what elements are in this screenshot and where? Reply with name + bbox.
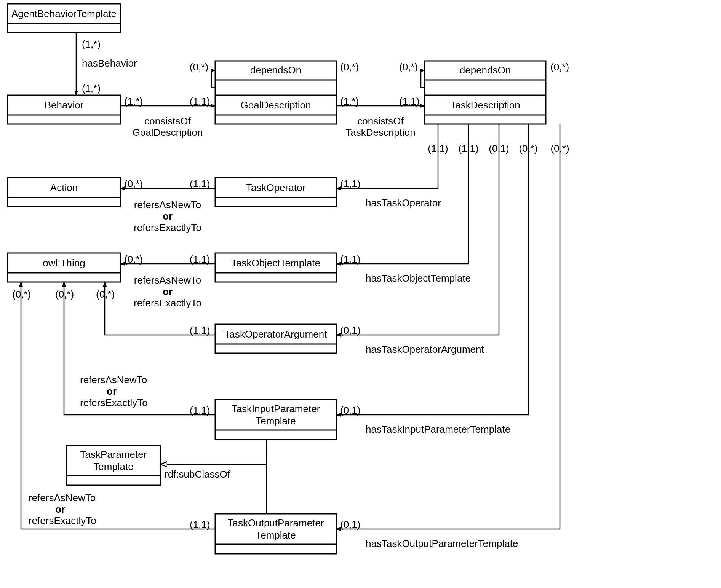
class-owl-thing: owl:Thing xyxy=(8,253,120,282)
svg-text:GoalDescription: GoalDescription xyxy=(133,127,203,138)
svg-text:refersExactlyTo: refersExactlyTo xyxy=(29,515,96,526)
class-task-output-parameter-template: TaskOutputParameter Template xyxy=(215,514,336,554)
edge-has-task-output-parameter-template xyxy=(336,124,560,529)
svg-text:(0,1): (0,1) xyxy=(340,325,360,336)
edge-subclass-input xyxy=(160,440,267,464)
svg-text:(1,1): (1,1) xyxy=(340,178,360,190)
svg-text:TaskParameter: TaskParameter xyxy=(80,449,147,460)
svg-text:Template: Template xyxy=(256,529,296,541)
class-goal-description: dependsOn GoalDescription xyxy=(215,61,336,124)
svg-text:(1,*): (1,*) xyxy=(82,38,101,50)
svg-text:(0,*): (0,*) xyxy=(550,61,569,73)
svg-text:owl:Thing: owl:Thing xyxy=(43,257,85,269)
svg-text:refersAsNewTo: refersAsNewTo xyxy=(134,199,201,210)
svg-text:TaskInputParameter: TaskInputParameter xyxy=(232,403,320,414)
svg-text:hasBehavior: hasBehavior xyxy=(82,57,137,69)
class-task-description: dependsOn TaskDescription xyxy=(425,61,546,124)
svg-text:(0,*): (0,*) xyxy=(124,178,143,190)
svg-text:or: or xyxy=(55,504,65,515)
svg-text:AgentBehaviorTemplate: AgentBehaviorTemplate xyxy=(11,8,117,19)
svg-text:TaskOperatorArgument: TaskOperatorArgument xyxy=(225,328,328,340)
svg-text:TaskDescription: TaskDescription xyxy=(345,127,416,138)
svg-text:refersAsNewTo: refersAsNewTo xyxy=(134,274,201,286)
svg-text:(1,*): (1,*) xyxy=(340,96,359,107)
svg-text:(1,1): (1,1) xyxy=(190,96,210,107)
svg-text:(0,*): (0,*) xyxy=(55,288,74,300)
svg-text:(0,1): (0,1) xyxy=(340,519,360,530)
svg-text:refersExactlyTo: refersExactlyTo xyxy=(134,297,201,309)
svg-text:Template: Template xyxy=(93,461,134,472)
svg-text:hasTaskInputParameterTemplate: hasTaskInputParameterTemplate xyxy=(366,424,510,435)
svg-text:Behavior: Behavior xyxy=(45,99,84,111)
svg-text:(1,1): (1,1) xyxy=(190,405,210,416)
svg-text:hasTaskObjectTemplate: hasTaskObjectTemplate xyxy=(366,272,471,284)
svg-text:(0,1): (0,1) xyxy=(340,405,360,416)
svg-text:(0,*): (0,*) xyxy=(124,253,143,265)
class-behavior: Behavior xyxy=(8,95,120,124)
svg-text:TaskOperator: TaskOperator xyxy=(246,182,305,193)
class-action: Action xyxy=(8,178,120,207)
edge-has-task-operator-argument xyxy=(336,124,499,335)
svg-text:(0,*): (0,*) xyxy=(12,288,31,300)
svg-text:(1,*): (1,*) xyxy=(82,83,101,94)
svg-text:(1,1): (1,1) xyxy=(190,325,210,336)
svg-text:refersAsNewTo: refersAsNewTo xyxy=(80,374,147,386)
svg-text:(1,1): (1,1) xyxy=(190,519,210,530)
svg-text:(1,*): (1,*) xyxy=(124,96,143,107)
edge-has-task-input-parameter-template xyxy=(336,124,528,415)
svg-text:dependsOn: dependsOn xyxy=(460,64,511,76)
svg-text:(0,*): (0,*) xyxy=(340,61,359,73)
svg-text:(1,1): (1,1) xyxy=(190,178,210,190)
class-task-operator: TaskOperator xyxy=(215,178,336,207)
uml-diagram: AgentBehaviorTemplate Behavior dependsOn… xyxy=(0,0,721,588)
svg-text:refersExactlyTo: refersExactlyTo xyxy=(80,397,148,408)
class-task-operator-argument: TaskOperatorArgument xyxy=(215,324,336,353)
svg-text:Action: Action xyxy=(50,182,78,193)
svg-text:hasTaskOutputParameterTemplate: hasTaskOutputParameterTemplate xyxy=(366,538,518,549)
svg-text:(1,1): (1,1) xyxy=(399,96,419,107)
class-task-object-template: TaskObjectTemplate xyxy=(215,253,336,282)
svg-text:consistsOf: consistsOf xyxy=(144,115,191,127)
svg-text:GoalDescription: GoalDescription xyxy=(241,99,311,111)
svg-text:or: or xyxy=(163,210,173,222)
svg-text:hasTaskOperatorArgument: hasTaskOperatorArgument xyxy=(366,344,484,355)
svg-text:(0,*): (0,*) xyxy=(96,288,115,300)
svg-text:(0,*): (0,*) xyxy=(190,61,208,73)
svg-text:or: or xyxy=(163,286,173,297)
svg-text:consistsOf: consistsOf xyxy=(357,115,404,127)
svg-text:refersAsNewTo: refersAsNewTo xyxy=(29,492,96,504)
class-agent-behavior-template: AgentBehaviorTemplate xyxy=(8,4,120,33)
edge-has-task-object-template xyxy=(336,124,468,264)
svg-text:Template: Template xyxy=(256,415,296,427)
svg-text:hasTaskOperator: hasTaskOperator xyxy=(366,197,441,209)
svg-text:refersExactlyTo: refersExactlyTo xyxy=(134,222,201,233)
svg-text:TaskDescription: TaskDescription xyxy=(450,99,520,111)
svg-text:or: or xyxy=(107,386,117,397)
svg-text:(1,1): (1,1) xyxy=(340,253,360,265)
svg-text:dependsOn: dependsOn xyxy=(250,64,301,76)
class-task-input-parameter-template: TaskInputParameter Template xyxy=(215,400,336,440)
class-task-parameter-template: TaskParameter Template xyxy=(67,445,160,485)
svg-text:TaskOutputParameter: TaskOutputParameter xyxy=(228,517,324,529)
svg-text:(0,*): (0,*) xyxy=(399,61,418,73)
svg-text:TaskObjectTemplate: TaskObjectTemplate xyxy=(231,257,320,269)
svg-text:rdf:subClassOf: rdf:subClassOf xyxy=(165,468,230,480)
svg-text:(1,1): (1,1) xyxy=(190,253,210,265)
